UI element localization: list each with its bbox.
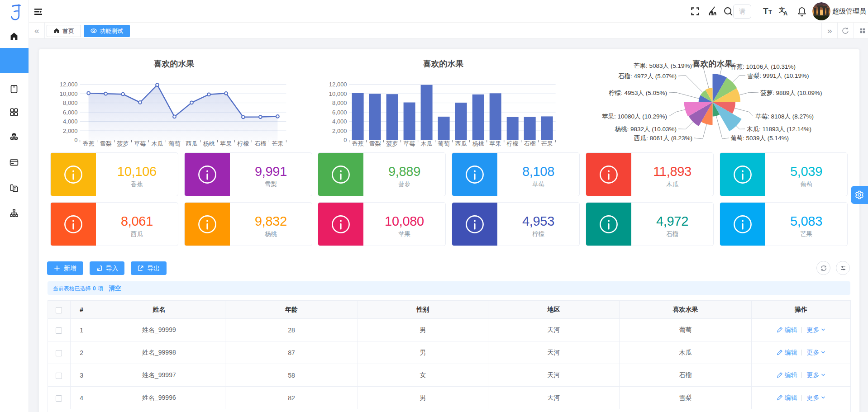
svg-text:6,000: 6,000 (63, 109, 78, 116)
svg-text:葡萄: 5039人 (5.14%): 葡萄: 5039人 (5.14%) (730, 135, 789, 142)
svg-text:葡萄: 葡萄 (169, 140, 181, 147)
svg-text:柠檬: 4953人 (5.05%): 柠檬: 4953人 (5.05%) (609, 90, 667, 96)
svg-text:木瓜: 11893人 (12.14%): 木瓜: 11893人 (12.14%) (747, 126, 811, 133)
svg-text:柠檬: 柠檬 (237, 140, 249, 147)
svg-text:芒果: 芒果 (272, 140, 283, 147)
svg-text:0: 0 (74, 137, 77, 143)
svg-text:葡萄: 葡萄 (438, 140, 450, 147)
svg-text:雪梨: 雪梨 (100, 140, 112, 147)
svg-text:杨桃: 杨桃 (472, 140, 484, 147)
svg-text:西瓜: 8061人 (8.23%): 西瓜: 8061人 (8.23%) (634, 135, 692, 142)
svg-text:草莓: 草莓 (404, 140, 415, 147)
svg-text:喜欢的水果: 喜欢的水果 (154, 59, 195, 68)
svg-text:雪梨: 9991人 (10.19%): 雪梨: 9991人 (10.19%) (747, 72, 809, 79)
svg-text:A: A (783, 10, 788, 17)
svg-text:木瓜: 木瓜 (152, 140, 163, 147)
svg-text:西瓜: 西瓜 (186, 140, 198, 147)
svg-text:8,000: 8,000 (63, 99, 78, 106)
svg-text:石榴: 4972人 (5.07%): 石榴: 4972人 (5.07%) (618, 73, 677, 80)
svg-text:杨桃: 杨桃 (203, 140, 215, 147)
svg-text:柠檬: 柠檬 (506, 140, 519, 147)
svg-text:香蕉: 香蕉 (352, 140, 364, 147)
svg-text:苹果: 苹果 (220, 140, 232, 147)
svg-text:石榴: 石榴 (254, 140, 266, 147)
svg-text:T: T (768, 9, 772, 15)
svg-text:0: 0 (343, 137, 347, 143)
svg-text:西瓜: 西瓜 (455, 140, 467, 147)
svg-text:芒果: 5083人 (5.19%): 芒果: 5083人 (5.19%) (634, 62, 692, 69)
svg-text:2,000: 2,000 (63, 128, 78, 134)
svg-text:喜欢的水果: 喜欢的水果 (423, 59, 464, 68)
svg-text:菠萝: 菠萝 (386, 140, 398, 147)
svg-text:10,000: 10,000 (329, 90, 347, 97)
svg-text:4,000: 4,000 (332, 118, 347, 125)
svg-text:6,000: 6,000 (332, 109, 347, 116)
svg-text:香蕉: 10106人 (10.31%): 香蕉: 10106人 (10.31%) (730, 63, 796, 70)
svg-text:芒果: 芒果 (541, 140, 553, 147)
svg-text:12,000: 12,000 (60, 81, 78, 88)
svg-text:香蕉: 香蕉 (83, 140, 95, 147)
svg-text:喜欢的水果: 喜欢的水果 (692, 59, 733, 68)
svg-text:8,000: 8,000 (332, 99, 347, 106)
svg-text:石榴: 石榴 (524, 140, 536, 147)
svg-text:菠萝: 菠萝 (117, 140, 129, 147)
svg-text:木瓜: 木瓜 (421, 140, 433, 147)
svg-text:2,000: 2,000 (332, 128, 347, 134)
svg-text:草莓: 8108人 (8.27%): 草莓: 8108人 (8.27%) (755, 113, 814, 120)
svg-text:雪梨: 雪梨 (369, 140, 381, 147)
svg-text:菠萝: 9889人 (10.09%): 菠萝: 9889人 (10.09%) (760, 90, 822, 96)
svg-text:T: T (763, 6, 768, 16)
svg-text:10,000: 10,000 (60, 90, 78, 97)
svg-text:苹果: 苹果 (490, 140, 501, 147)
svg-text:12,000: 12,000 (329, 81, 347, 88)
svg-text:草莓: 草莓 (134, 140, 146, 147)
svg-text:杨桃: 9832人 (10.03%): 杨桃: 9832人 (10.03%) (615, 126, 677, 133)
svg-text:4,000: 4,000 (63, 118, 78, 125)
svg-text:苹果: 10080人 (10.29%): 苹果: 10080人 (10.29%) (602, 113, 667, 120)
